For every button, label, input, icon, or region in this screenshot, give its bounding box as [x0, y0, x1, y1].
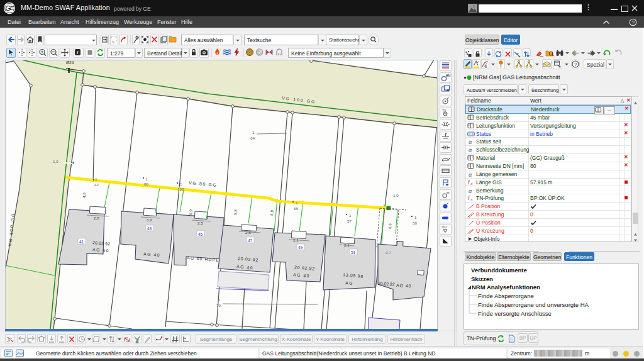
svg-text:2,6: 2,6 — [245, 230, 251, 235]
svg-text:ITU: ITU — [442, 226, 447, 229]
svg-text:1: 1 — [218, 297, 221, 302]
svg-text:49: 49 — [298, 245, 303, 250]
svg-text:47: 47 — [248, 238, 253, 243]
svg-text:f: f — [468, 195, 470, 201]
svg-text:Ø24: Ø24 — [66, 60, 74, 65]
svg-text:41: 41 — [79, 240, 84, 244]
svg-text:100: 100 — [177, 187, 184, 191]
svg-text:80: 80 — [144, 182, 148, 186]
svg-text:α: α — [469, 139, 472, 145]
svg-text:x: x — [470, 197, 474, 201]
svg-text:57: 57 — [347, 219, 352, 223]
svg-text:?: ? — [631, 19, 635, 26]
svg-text:AG 40: AG 40 — [396, 283, 412, 288]
svg-text:1: 1 — [180, 182, 182, 186]
svg-text:3,0: 3,0 — [147, 218, 152, 222]
svg-text:20.02.92: 20.02.92 — [378, 281, 395, 286]
svg-text:2,8: 2,8 — [94, 216, 99, 220]
svg-text:1: 1 — [414, 215, 417, 219]
svg-text:64: 64 — [250, 136, 255, 140]
svg-text:43: 43 — [147, 226, 152, 231]
svg-text:x: x — [470, 182, 474, 186]
svg-text:1,0: 1,0 — [393, 193, 399, 197]
svg-text:°: ° — [277, 48, 279, 52]
svg-text:58: 58 — [413, 221, 417, 225]
svg-text:AG: AG — [345, 280, 353, 286]
svg-text:?: ? — [574, 62, 577, 67]
svg-text:f: f — [468, 179, 470, 186]
svg-text:5,9: 5,9 — [188, 209, 193, 215]
svg-text:α: α — [469, 187, 472, 194]
svg-text:1: 1 — [95, 177, 97, 181]
svg-text:88: 88 — [447, 191, 450, 194]
svg-text:VG 80 GG: VG 80 GG — [189, 181, 218, 187]
svg-text:6: 6 — [485, 65, 487, 69]
svg-text:2,5: 2,5 — [197, 221, 203, 225]
svg-text:1: 1 — [349, 213, 352, 218]
svg-text:1,0: 1,0 — [53, 159, 58, 164]
svg-text:4,5: 4,5 — [82, 192, 86, 199]
svg-text:1: 1 — [252, 130, 255, 135]
svg-text:6,6: 6,6 — [387, 223, 392, 230]
svg-text:0,7: 0,7 — [386, 250, 391, 255]
svg-text:TX: TX — [442, 109, 447, 113]
svg-text:α: α — [469, 171, 472, 177]
svg-text:5,8: 5,8 — [233, 209, 238, 215]
svg-text:1: 1 — [145, 177, 148, 181]
svg-text:42: 42 — [94, 182, 99, 187]
svg-text:51: 51 — [351, 250, 356, 255]
svg-text:45: 45 — [198, 232, 203, 236]
svg-text:70: 70 — [216, 303, 221, 308]
svg-text:GM: GM — [446, 74, 451, 77]
svg-text:5,9: 5,9 — [269, 209, 274, 216]
svg-text:α: α — [469, 147, 472, 153]
svg-text:1: 1 — [296, 201, 298, 205]
svg-text:65: 65 — [294, 206, 298, 211]
